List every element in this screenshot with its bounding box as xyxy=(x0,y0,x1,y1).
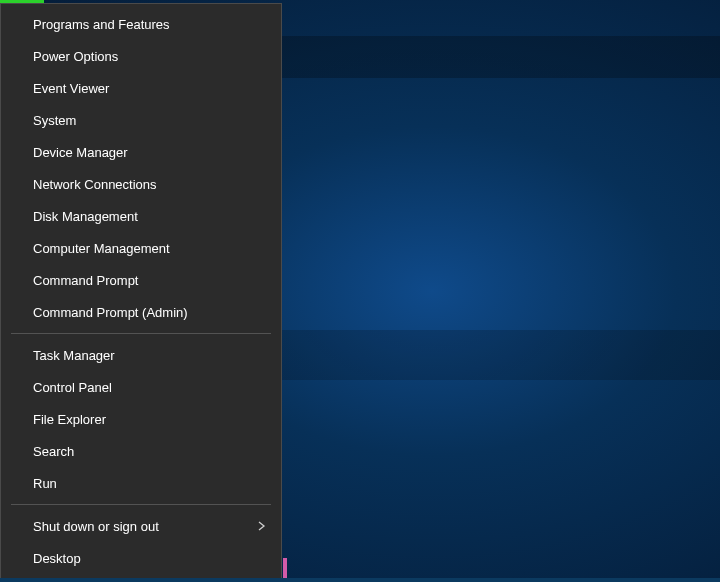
menu-separator xyxy=(11,333,271,334)
menu-item-search[interactable]: Search xyxy=(1,435,281,467)
menu-item-command-prompt[interactable]: Command Prompt xyxy=(1,264,281,296)
menu-item-network-connections[interactable]: Network Connections xyxy=(1,168,281,200)
menu-item-disk-management[interactable]: Disk Management xyxy=(1,200,281,232)
menu-item-label: Event Viewer xyxy=(33,81,109,96)
background-window-sliver xyxy=(283,558,287,578)
menu-item-label: System xyxy=(33,113,76,128)
menu-item-label: Network Connections xyxy=(33,177,157,192)
menu-item-label: Command Prompt xyxy=(33,273,138,288)
chevron-right-icon xyxy=(257,519,267,533)
menu-item-label: Search xyxy=(33,444,74,459)
taskbar-edge xyxy=(0,578,720,582)
menu-item-command-prompt-admin[interactable]: Command Prompt (Admin) xyxy=(1,296,281,328)
menu-item-label: Power Options xyxy=(33,49,118,64)
menu-item-label: Programs and Features xyxy=(33,17,170,32)
menu-item-task-manager[interactable]: Task Manager xyxy=(1,339,281,371)
menu-item-computer-management[interactable]: Computer Management xyxy=(1,232,281,264)
menu-item-label: Desktop xyxy=(33,551,81,566)
menu-item-label: File Explorer xyxy=(33,412,106,427)
menu-item-event-viewer[interactable]: Event Viewer xyxy=(1,72,281,104)
menu-item-run[interactable]: Run xyxy=(1,467,281,499)
menu-separator xyxy=(11,504,271,505)
menu-item-label: Command Prompt (Admin) xyxy=(33,305,188,320)
menu-item-system[interactable]: System xyxy=(1,104,281,136)
menu-item-label: Task Manager xyxy=(33,348,115,363)
menu-item-label: Device Manager xyxy=(33,145,128,160)
menu-item-file-explorer[interactable]: File Explorer xyxy=(1,403,281,435)
menu-item-desktop[interactable]: Desktop xyxy=(1,542,281,574)
menu-item-label: Computer Management xyxy=(33,241,170,256)
menu-item-power-options[interactable]: Power Options xyxy=(1,40,281,72)
menu-item-shut-down-or-sign-out[interactable]: Shut down or sign out xyxy=(1,510,281,542)
menu-item-programs-and-features[interactable]: Programs and Features xyxy=(1,8,281,40)
menu-item-label: Run xyxy=(33,476,57,491)
power-user-menu: Programs and Features Power Options Even… xyxy=(0,3,282,579)
menu-item-control-panel[interactable]: Control Panel xyxy=(1,371,281,403)
menu-item-label: Disk Management xyxy=(33,209,138,224)
menu-item-label: Shut down or sign out xyxy=(33,519,159,534)
menu-item-label: Control Panel xyxy=(33,380,112,395)
menu-item-device-manager[interactable]: Device Manager xyxy=(1,136,281,168)
